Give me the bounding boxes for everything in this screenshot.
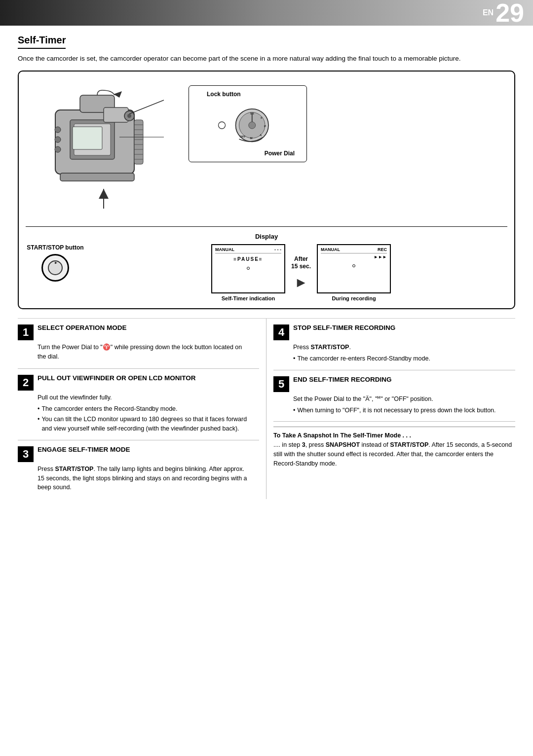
self-timer-caption: Self-Timer indication xyxy=(222,295,275,301)
start-stop-label: START/STOP button xyxy=(27,244,83,251)
svg-point-26 xyxy=(219,122,226,129)
step-5-title: END SELF-TIMER RECORDING xyxy=(293,375,392,384)
step-1-body: Turn the Power Dial to "♈" while pressin… xyxy=(38,343,252,361)
lcd-pause: ≡PAUSE≡ xyxy=(215,256,281,262)
step-4-number: 4 xyxy=(273,324,289,340)
snapshot-note-title: To Take A Snapshot In The Self-Timer Mod… xyxy=(273,432,411,439)
arrow-right-icon: ► xyxy=(294,275,308,290)
screen2-arrows: ►►► xyxy=(374,254,387,259)
header-bar: EN 29 xyxy=(0,0,533,26)
svg-rect-18 xyxy=(60,173,134,181)
screen1-manual: MANUAL xyxy=(215,247,234,252)
step-3-title: ENGAGE SELF-TIMER MODE xyxy=(38,445,130,454)
step-2-block: 2 PULL OUT VIEWFINDER OR OPEN LCD MONITO… xyxy=(18,369,259,440)
step-3-header: 3 ENGAGE SELF-TIMER MODE xyxy=(18,445,252,462)
step-4-title: STOP SELF-TIMER RECORDING xyxy=(293,324,395,332)
diagram-inner: Lock button SS F P A M xyxy=(26,80,507,218)
svg-point-35 xyxy=(249,122,256,129)
screen2-manual: MANUAL xyxy=(321,247,340,252)
display-row: START/STOP button xyxy=(26,244,507,301)
right-diagram: Lock button SS F P A M xyxy=(189,80,507,166)
step-2-body: Pull out the viewfinder fully. The camco… xyxy=(38,393,252,433)
start-stop-area: START/STOP button xyxy=(26,244,85,282)
step-3-number: 3 xyxy=(18,446,34,462)
diagram-box: Lock button SS F P A M xyxy=(18,71,515,309)
start-stop-svg xyxy=(47,260,63,276)
svg-marker-5 xyxy=(114,91,122,98)
step-5-number: 5 xyxy=(273,376,289,392)
step-4-text: Press START/STOP. xyxy=(293,343,508,352)
display-label: Display xyxy=(26,233,507,240)
camcorder-area xyxy=(26,80,184,218)
lcd-rec-bar: ►►► xyxy=(321,254,387,259)
steps-section: 1 SELECT OPERATION MODE Turn the Power D… xyxy=(18,318,515,499)
display-section: Display START/STOP button xyxy=(26,226,507,301)
step-4-header: 4 STOP SELF-TIMER RECORDING xyxy=(273,324,508,340)
screens-row: MANUAL - - - ≡PAUSE≡ Self-Timer indicati… xyxy=(211,244,391,301)
step-2-bullet-1: The camcorder enters the Record-Standby … xyxy=(38,404,252,414)
step-4-bullet-1: The camcorder re-enters Record-Standby m… xyxy=(293,354,508,363)
step-5-body: Set the Power Dial to the "Ä", "ᴹ" or "O… xyxy=(293,395,508,415)
svg-point-8 xyxy=(55,146,61,152)
step-1-title: SELECT OPERATION MODE xyxy=(38,324,127,332)
step-1-text: Turn the Power Dial to "♈" while pressin… xyxy=(38,343,252,361)
step-5-header: 5 END SELF-TIMER RECORDING xyxy=(273,375,508,392)
power-dial-label: Power Dial xyxy=(197,150,295,157)
lock-power-box: Lock button SS F P A M xyxy=(189,85,307,162)
step-2-number: 2 xyxy=(18,375,34,391)
power-dial-svg: SS F P A M OFF xyxy=(213,101,282,150)
svg-point-6 xyxy=(55,127,61,133)
step-1-header: 1 SELECT OPERATION MODE xyxy=(18,324,252,340)
camcorder-illustration xyxy=(31,80,179,218)
left-steps: 1 SELECT OPERATION MODE Turn the Power D… xyxy=(18,319,266,499)
snapshot-note: To Take A Snapshot In The Self-Timer Mod… xyxy=(273,427,515,468)
step-5-text: Set the Power Dial to the "Ä", "ᴹ" or "O… xyxy=(293,395,508,404)
step-5-block: 5 END SELF-TIMER RECORDING Set the Power… xyxy=(273,370,515,422)
svg-text:P: P xyxy=(264,125,266,128)
display-screens: MANUAL - - - ≡PAUSE≡ Self-Timer indicati… xyxy=(95,244,507,301)
step-2-title: PULL OUT VIEWFINDER OR OPEN LCD MONITOR xyxy=(38,374,196,383)
lock-power-labels: Lock button xyxy=(197,91,299,98)
lcd-dot-2 xyxy=(352,264,355,267)
svg-text:M: M xyxy=(250,136,252,140)
after-label: After 15 sec. xyxy=(291,255,311,271)
step-1-number: 1 xyxy=(18,324,34,340)
svg-point-21 xyxy=(127,114,131,118)
during-recording-caption: During recording xyxy=(332,295,376,301)
screen1-dashes: - - - xyxy=(274,247,281,252)
start-stop-button-icon xyxy=(41,254,69,282)
en-label: EN xyxy=(483,8,494,17)
step-3-body: Press START/STOP. The tally lamp lights … xyxy=(38,465,252,492)
snapshot-note-body: .... in step 3, press SNAPSHOT instead o… xyxy=(273,440,515,468)
lcd-screen-2: MANUAL REC ►►► xyxy=(317,244,391,293)
step-2-header: 2 PULL OUT VIEWFINDER OR OPEN LCD MONITO… xyxy=(18,374,252,391)
svg-rect-9 xyxy=(134,120,143,164)
step-3-block: 3 ENGAGE SELF-TIMER MODE Press START/STO… xyxy=(18,440,259,499)
lcd-dot-1 xyxy=(247,267,250,270)
lcd-top-bar-1: MANUAL - - - xyxy=(215,247,281,253)
svg-text:OFF: OFF xyxy=(239,135,245,138)
step-3-text: Press START/STOP. The tally lamp lights … xyxy=(38,465,252,492)
lcd-screen-1: MANUAL - - - ≡PAUSE≡ xyxy=(211,244,285,293)
page-number: 29 xyxy=(495,0,524,26)
page-content: Self-Timer Once the camcorder is set, th… xyxy=(0,26,533,511)
step-2-text: Pull out the viewfinder fully. xyxy=(38,393,252,402)
section-title: Self-Timer xyxy=(18,35,66,49)
svg-line-22 xyxy=(129,100,164,114)
lcd-top-bar-2: MANUAL REC xyxy=(321,247,387,253)
svg-rect-3 xyxy=(73,127,102,149)
svg-text:F: F xyxy=(261,116,263,119)
step-2-bullet-2: You can tilt the LCD monitor upward to 1… xyxy=(38,415,252,433)
intro-text: Once the camcorder is set, the camcorder… xyxy=(18,54,515,64)
step-5-bullet-1: When turning to "OFF", it is not necessa… xyxy=(293,406,508,415)
svg-point-7 xyxy=(55,137,61,143)
step-4-block: 4 STOP SELF-TIMER RECORDING Press START/… xyxy=(273,319,515,370)
step-1-block: 1 SELECT OPERATION MODE Turn the Power D… xyxy=(18,319,259,369)
lock-button-label: Lock button xyxy=(207,91,299,98)
svg-text:A: A xyxy=(260,133,262,137)
screen2-rec: REC xyxy=(378,247,387,252)
step-4-body: Press START/STOP. The camcorder re-enter… xyxy=(293,343,508,363)
right-steps: 4 STOP SELF-TIMER RECORDING Press START/… xyxy=(266,319,515,499)
